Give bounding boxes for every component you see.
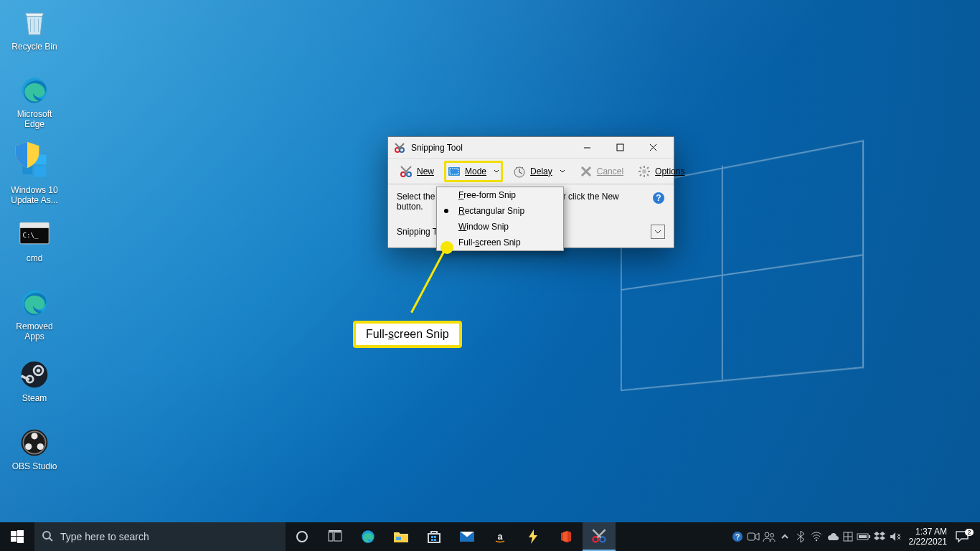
- desktop-icon-label: OBS Studio: [6, 461, 63, 471]
- windows-start-icon: [11, 530, 24, 543]
- cortana-icon: [296, 530, 308, 543]
- action-center-button[interactable]: 2: [953, 522, 980, 551]
- snipping-tool-icon: [591, 528, 607, 544]
- svg-point-26: [642, 169, 646, 174]
- delay-button[interactable]: Delay: [509, 162, 570, 181]
- svg-point-55: [770, 534, 773, 537]
- file-explorer-icon: [393, 529, 409, 544]
- desktop-icon-steam[interactable]: Steam: [6, 359, 63, 403]
- new-button[interactable]: New: [395, 162, 438, 181]
- gear-icon: [638, 165, 651, 178]
- taskbar-app-lightning[interactable]: [517, 522, 550, 551]
- tray-meet-now-icon[interactable]: [745, 522, 761, 551]
- tray-volume-icon[interactable]: [887, 522, 903, 551]
- desktop-icon-recycle-bin[interactable]: Recycle Bin: [6, 7, 63, 52]
- taskbar-taskview[interactable]: [319, 522, 352, 551]
- new-label: New: [417, 166, 434, 176]
- taskbar-office[interactable]: [550, 522, 583, 551]
- selected-indicator-icon: [444, 209, 448, 213]
- tray-dropbox-icon[interactable]: [872, 522, 887, 551]
- desktop-icon-removed-apps[interactable]: Removed Apps: [6, 287, 63, 342]
- expand-button[interactable]: [651, 225, 665, 239]
- desktop-icon-label: cmd: [6, 253, 63, 263]
- taskbar-date: 2/22/2021: [909, 537, 947, 547]
- start-button[interactable]: [0, 522, 34, 551]
- cancel-label: Cancel: [597, 166, 623, 176]
- taskbar-clock[interactable]: 1:37 AM 2/22/2021: [903, 527, 953, 547]
- mode-button[interactable]: Mode: [444, 161, 503, 182]
- toolbar: New Mode Delay Cancel Options: [388, 159, 674, 184]
- mode-option-fullscreen[interactable]: Full-screen Snip: [437, 235, 563, 250]
- tray-wifi-icon[interactable]: [809, 522, 824, 551]
- taskbar-amazon[interactable]: a: [484, 522, 517, 551]
- svg-text:?: ?: [656, 193, 661, 203]
- store-icon: [427, 529, 441, 544]
- tray-bluetooth-icon[interactable]: [793, 522, 809, 551]
- desktop-icon-obs[interactable]: OBS Studio: [6, 427, 63, 471]
- svg-rect-20: [617, 144, 623, 151]
- tray-chevron-up-icon[interactable]: [777, 522, 793, 551]
- svg-rect-35: [329, 532, 333, 541]
- footer-text: Snipping T: [397, 227, 438, 237]
- svg-point-33: [43, 532, 50, 539]
- desktop-icon-edge[interactable]: Microsoft Edge: [6, 75, 63, 129]
- desktop-icon-label: Microsoft Edge: [6, 109, 63, 129]
- delay-label: Delay: [530, 166, 552, 176]
- desktop-icon-cmd[interactable]: C:\_ cmd: [6, 219, 63, 263]
- svg-rect-32: [17, 537, 24, 543]
- edge-icon: [19, 287, 50, 319]
- clock-icon: [513, 165, 526, 178]
- desktop-background: [0, 0, 980, 551]
- titlebar[interactable]: Snipping Tool: [388, 137, 674, 159]
- svg-rect-43: [434, 536, 436, 538]
- svg-point-15: [31, 433, 37, 439]
- taskbar-file-explorer[interactable]: [385, 522, 418, 551]
- mode-dropdown: Free-form Snip Rectangular Snip Window S…: [436, 187, 564, 251]
- svg-rect-36: [334, 532, 341, 541]
- taskbar-mail[interactable]: [451, 522, 484, 551]
- svg-rect-59: [869, 535, 870, 538]
- scissors-icon: [400, 165, 413, 178]
- taskbar-search[interactable]: Type here to search: [34, 522, 286, 551]
- windows-update-icon: [19, 151, 50, 182]
- chevron-down-icon: [560, 166, 565, 176]
- options-label: Options: [655, 166, 684, 176]
- tray-security-icon[interactable]: [840, 522, 856, 551]
- svg-rect-29: [11, 531, 17, 536]
- mode-option-window[interactable]: Window Snip: [437, 219, 563, 235]
- svg-text:C:\_: C:\_: [23, 231, 39, 239]
- taskbar-store[interactable]: [418, 522, 451, 551]
- lightning-icon: [527, 529, 539, 544]
- mail-icon: [459, 530, 475, 543]
- maximize-button[interactable]: [603, 137, 636, 159]
- notification-badge: 2: [965, 529, 973, 536]
- svg-rect-6: [20, 223, 49, 228]
- taskbar-snipping-tool[interactable]: [583, 522, 616, 551]
- options-button[interactable]: Options: [633, 162, 689, 181]
- uac-shield-icon: [11, 139, 43, 171]
- svg-rect-53: [748, 533, 755, 540]
- window-title: Snipping Tool: [411, 143, 570, 153]
- office-icon: [559, 529, 573, 544]
- steam-icon: [19, 359, 50, 390]
- mode-option-rectangular[interactable]: Rectangular Snip: [437, 203, 563, 219]
- taskbar-edge[interactable]: [352, 522, 385, 551]
- svg-rect-42: [431, 536, 433, 538]
- task-view-icon: [328, 530, 342, 543]
- tray-people-icon[interactable]: [761, 522, 777, 551]
- svg-rect-37: [329, 530, 341, 532]
- help-icon[interactable]: ?: [652, 192, 665, 207]
- cmd-icon: C:\_: [19, 219, 50, 250]
- mode-option-freeform[interactable]: Free-form Snip: [437, 187, 563, 203]
- tray-onedrive-icon[interactable]: [824, 522, 840, 551]
- obs-icon: [19, 427, 50, 458]
- svg-point-11: [37, 369, 41, 373]
- tray-help-icon[interactable]: ?: [730, 522, 745, 551]
- desktop-icon-windows-update-assistant[interactable]: Windows 10 Update As...: [6, 151, 63, 205]
- close-button[interactable]: [636, 137, 669, 159]
- taskbar-cortana[interactable]: [286, 522, 319, 551]
- edge-icon: [19, 75, 50, 106]
- minimize-button[interactable]: [570, 137, 603, 159]
- svg-point-56: [815, 540, 816, 541]
- tray-battery-icon[interactable]: [856, 522, 872, 551]
